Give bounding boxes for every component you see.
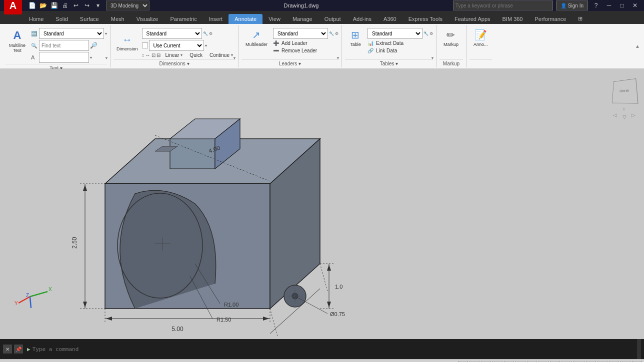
cmd-pin-button[interactable]: 📌	[14, 345, 23, 354]
text-style-selector[interactable]: Standard	[39, 28, 104, 39]
tab-addins[interactable]: Add-ins	[347, 14, 378, 24]
leaders-right: Standard 🔧 ⚙ ➕ Add Leader ➖	[273, 27, 338, 54]
tab-visualize[interactable]: Visualize	[130, 14, 164, 24]
save-button[interactable]: 💾	[49, 0, 59, 10]
tab-insert[interactable]: Insert	[203, 14, 229, 24]
leader-style-icon2[interactable]: ⚙	[335, 31, 338, 36]
dimensions-controls: ↔ Dimension Standard 🔧 ⚙	[114, 27, 235, 58]
table-button[interactable]: ⊞ Table	[345, 27, 366, 54]
text-group-expand[interactable]: ▼	[104, 55, 109, 60]
tab-output[interactable]: Output	[318, 14, 347, 24]
leader-style-icon1[interactable]: 🔧	[329, 31, 334, 36]
tab-expand[interactable]: ⊞	[572, 13, 588, 24]
leader-style-selector[interactable]: Standard	[273, 28, 328, 39]
tab-annotate[interactable]: Annotate	[228, 14, 262, 24]
tab-parametric[interactable]: Parametric	[164, 14, 202, 24]
undo-button[interactable]: ↩	[71, 0, 81, 10]
extract-data-button[interactable]: Extract Data	[374, 40, 405, 46]
text-height-input[interactable]: 0.2000	[39, 52, 89, 63]
dimensions-group-label: Dimensions ▾	[114, 59, 235, 66]
tab-bim360[interactable]: BIM 360	[496, 14, 529, 24]
dim-style-selector[interactable]: Standard	[142, 28, 202, 39]
dimension-button[interactable]: ↔ Dimension	[114, 33, 141, 52]
tab-expresstools[interactable]: Express Tools	[402, 14, 448, 24]
ribbon-spacer	[495, 25, 634, 67]
add-leader-row: ➕ Add Leader	[273, 40, 338, 46]
quick-button[interactable]: Quick	[188, 52, 204, 58]
sign-in-button[interactable]: 👤 Sign In	[556, 0, 588, 10]
leaders-group-expand[interactable]: ▼	[336, 55, 340, 60]
tab-home[interactable]: Home	[23, 14, 50, 24]
redo-button[interactable]: ↪	[82, 0, 92, 10]
open-button[interactable]: 📂	[38, 0, 48, 10]
tab-a360[interactable]: A360	[378, 14, 402, 24]
leaders-expand-arrow[interactable]: ▾	[298, 61, 301, 66]
svg-text:▽: ▽	[622, 114, 626, 119]
use-current-checkbox[interactable]	[142, 42, 148, 48]
cmd-input-field[interactable]	[32, 344, 637, 355]
dim-style-settings-icon[interactable]: ⚙	[209, 31, 212, 36]
remove-leader-row: ➖ Remove Leader	[273, 47, 338, 54]
tab-featuredapps[interactable]: Featured Apps	[448, 14, 496, 24]
multiline-text-button[interactable]: A MultilineText	[5, 27, 30, 63]
print-button[interactable]: 🖨	[60, 0, 70, 10]
add-leader-button[interactable]: Add Leader	[280, 40, 309, 46]
table-style-selector[interactable]: Standard	[368, 28, 422, 39]
text-height-icon: A	[31, 54, 38, 60]
tables-group-content: ⊞ Table Standard 🔧 ⚙ 📊 Extract Dat	[345, 26, 433, 59]
tables-group-expand[interactable]: ▼	[430, 55, 435, 60]
leaders-group-label: Leaders ▾	[242, 59, 338, 66]
multileader-icon: ↗	[252, 29, 260, 41]
maximize-button[interactable]: □	[617, 0, 627, 10]
markup-button[interactable]: ✏ Markup	[440, 27, 462, 49]
dimensions-expand-arrow[interactable]: ▾	[187, 61, 190, 66]
workspace-selector[interactable]: 3D Modeling	[106, 0, 150, 10]
navcube-label: Unna	[620, 88, 629, 93]
dim-style-dropdown-icon[interactable]: 🔧	[203, 31, 208, 36]
linear-dropdown[interactable]: ▾	[180, 53, 182, 57]
multileader-button[interactable]: ↗ Multileader	[242, 27, 272, 54]
tab-performance[interactable]: Performance	[528, 14, 572, 24]
tables-expand-arrow[interactable]: ▾	[396, 61, 398, 66]
close-button[interactable]: ✕	[630, 0, 640, 10]
remove-leader-button[interactable]: Remove Leader	[280, 47, 318, 54]
keyword-search[interactable]	[453, 0, 553, 10]
new-button[interactable]: 📄	[27, 0, 37, 10]
extract-data-icon: 📊	[368, 40, 374, 46]
use-current-selector[interactable]: Use Current	[149, 40, 204, 51]
drawing-viewport[interactable]: 2.50 5.00 1.00 4.00 R1.00 R1.50 Ø0.75 1.…	[0, 69, 644, 339]
use-current-dropdown-icon[interactable]: ▾	[205, 43, 207, 48]
navcube-box[interactable]: Unna	[612, 78, 638, 103]
text-controls: 🔤 Standard ▾ 🔍 🔎 A 0.2000 ▾	[31, 27, 107, 63]
markup-group-content: ✏ Markup	[440, 26, 463, 59]
tab-manage[interactable]: Manage	[286, 14, 318, 24]
help-button[interactable]: ?	[591, 0, 601, 10]
find-text-search-icon[interactable]: 🔎	[90, 42, 98, 49]
minimize-button[interactable]: ─	[604, 0, 614, 10]
dimensions-group-expand[interactable]: ▼	[232, 55, 237, 60]
cmd-close-button[interactable]: ✕	[3, 345, 12, 354]
text-height-dropdown-arrow[interactable]: ▾	[90, 55, 92, 60]
cmd-scrollbar[interactable]	[637, 339, 641, 359]
tab-solid[interactable]: Solid	[50, 14, 74, 24]
linear-button[interactable]: Linear ▾	[164, 52, 185, 58]
navcube[interactable]: Unna + ◁ ▷ ▽	[609, 79, 639, 119]
navcube-arrows[interactable]: + ◁ ▷ ▽	[609, 105, 639, 119]
leaders-row: ↗ Multileader Standard 🔧 ⚙ ➕ Add Le	[242, 27, 338, 54]
qa-dropdown[interactable]: ▾	[93, 0, 103, 10]
find-text-input[interactable]	[39, 40, 89, 51]
link-data-button[interactable]: Link Data	[374, 47, 398, 54]
dim-align-icons: ↕ ↔ ⊡ ⊟	[142, 52, 160, 58]
tab-mesh[interactable]: Mesh	[105, 14, 130, 24]
tab-view[interactable]: View	[262, 14, 286, 24]
autocad-logo[interactable]: A	[4, 0, 22, 14]
text-style-dropdown-arrow[interactable]: ▾	[105, 31, 107, 36]
table-style-icon2[interactable]: ⚙	[430, 31, 433, 36]
tab-surface[interactable]: Surface	[74, 14, 105, 24]
continue-button[interactable]: Continue ▾	[208, 52, 235, 58]
table-style-icon1[interactable]: 🔧	[424, 31, 428, 36]
ribbon-collapse-button[interactable]: ▲	[633, 25, 642, 67]
svg-text:1.0: 1.0	[335, 284, 342, 290]
canvas-area[interactable]: [-][Custom View][Conceptual] 2.	[0, 69, 644, 339]
anno-button[interactable]: 📝 Anno...	[470, 27, 492, 49]
